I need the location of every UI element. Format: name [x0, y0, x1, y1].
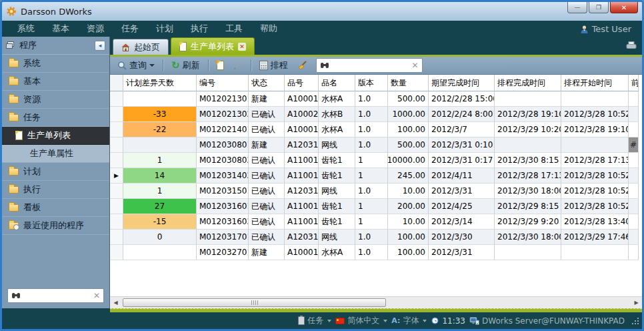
table-cell[interactable]: A10002	[285, 107, 319, 122]
table-cell[interactable]: -33	[123, 107, 197, 122]
table-cell[interactable]: 10000.00	[388, 153, 429, 168]
table-cell[interactable]	[123, 91, 197, 107]
table-cell[interactable]: 2012/3/29 9:20	[495, 214, 561, 230]
table-cell[interactable]: 新建	[249, 91, 285, 107]
table-cell[interactable]: 2012/3/14	[429, 214, 495, 230]
table-cell[interactable]	[629, 91, 639, 107]
table-cell[interactable]	[123, 245, 197, 260]
table-cell[interactable]: 2012/3/30 18:00	[495, 230, 561, 245]
table-cell[interactable]	[629, 199, 639, 214]
table-cell[interactable]: 齿轮1	[319, 153, 355, 168]
close-button[interactable]: ✕	[610, 2, 638, 13]
table-cell[interactable]: A10001	[285, 91, 319, 107]
table-cell[interactable]: A12031	[285, 137, 319, 153]
table-cell[interactable]	[495, 137, 561, 153]
table-cell[interactable]: #	[629, 137, 639, 153]
table-cell[interactable]: 1.0	[355, 137, 388, 153]
table-cell[interactable]: M012021302	[197, 107, 249, 122]
table-cell[interactable]: 已确认	[249, 107, 285, 122]
table-cell[interactable]	[629, 122, 639, 137]
table-cell[interactable]: 2012/3/28 10:52	[561, 199, 629, 214]
column-header[interactable]: 版本	[355, 75, 388, 91]
table-cell[interactable]: 2012/2/28 15:00	[429, 91, 495, 107]
refresh-button[interactable]: ↻ 刷新	[168, 58, 203, 73]
table-cell[interactable]: 已确认	[249, 168, 285, 184]
table-cell[interactable]: 200.00	[388, 199, 429, 214]
table-row[interactable]: 27M012031601已确认A11001齿轮11200.002012/4/25…	[110, 199, 642, 214]
table-cell[interactable]: 2012/3/28 10:52	[561, 107, 629, 122]
table-cell[interactable]: 500.00	[388, 137, 429, 153]
column-header[interactable]: 前	[629, 75, 639, 91]
menu-system[interactable]: 系统	[9, 23, 43, 35]
table-cell[interactable]: 1.0	[355, 245, 388, 260]
sidebar-item-system[interactable]: 系统	[2, 55, 109, 73]
sidebar-item-production-order-props[interactable]: 生产单属性	[2, 145, 109, 163]
table-cell[interactable]: 10.00	[388, 214, 429, 230]
table-cell[interactable]: 1.0	[355, 230, 388, 245]
row-selector-gutter[interactable]	[110, 230, 123, 245]
table-cell[interactable]	[561, 245, 629, 260]
table-row[interactable]: 1M012030802已确认A11001齿轮1110000.002012/3/3…	[110, 153, 642, 168]
sidebar-collapse-button[interactable]: ◂	[95, 41, 105, 51]
table-cell[interactable]: 水杯A	[319, 91, 355, 107]
table-cell[interactable]: 245.00	[388, 168, 429, 184]
sidebar-item-resource[interactable]: 资源	[2, 91, 109, 109]
table-cell[interactable]: 已确认	[249, 199, 285, 214]
table-cell[interactable]	[123, 137, 197, 153]
schedule-button[interactable]: 排程	[256, 58, 291, 73]
table-cell[interactable]: 500.00	[388, 91, 429, 107]
table-cell[interactable]: 2012/3/29 10:20	[495, 122, 561, 137]
table-cell[interactable]: -22	[123, 122, 197, 137]
row-selector-gutter[interactable]	[110, 184, 123, 199]
sidebar-item-recent-programs[interactable]: 最近使用的程序	[2, 217, 109, 235]
table-cell[interactable]: 齿轮1	[319, 168, 355, 184]
column-header[interactable]: 数量	[388, 75, 429, 91]
sidebar-search-input[interactable]	[21, 291, 93, 300]
table-cell[interactable]: M012031601	[197, 199, 249, 214]
row-selector-gutter[interactable]: ▶	[110, 168, 123, 184]
scrollbar-thumb[interactable]	[123, 298, 386, 307]
table-cell[interactable]: A11001	[285, 153, 319, 168]
edit-button[interactable]	[230, 59, 246, 71]
table-cell[interactable]: 2012/2/24 8:00	[429, 107, 495, 122]
table-cell[interactable]: A11001	[285, 214, 319, 230]
table-cell[interactable]: M012031402	[197, 168, 249, 184]
table-cell[interactable]: M012031602	[197, 214, 249, 230]
table-cell[interactable]: 网线	[319, 184, 355, 199]
minimize-button[interactable]: —	[567, 2, 587, 13]
row-selector-gutter[interactable]	[110, 107, 123, 122]
table-cell[interactable]	[629, 214, 639, 230]
table-cell[interactable]: 2012/3/28 19:10	[561, 122, 629, 137]
table-cell[interactable]	[629, 107, 639, 122]
table-cell[interactable]: 2012/3/30	[429, 230, 495, 245]
sidebar-item-task[interactable]: 任务	[2, 109, 109, 127]
row-selector-gutter[interactable]	[110, 122, 123, 137]
table-cell[interactable]: 14	[123, 168, 197, 184]
table-cell[interactable]: 2012/3/31 0:10	[429, 137, 495, 153]
table-cell[interactable]: 1.0	[355, 107, 388, 122]
status-language-dropdown[interactable]: 简体中文	[335, 315, 387, 326]
row-selector-gutter[interactable]	[110, 214, 123, 230]
table-cell[interactable]	[495, 245, 561, 260]
table-cell[interactable]: A12031	[285, 230, 319, 245]
table-cell[interactable]: 齿轮1	[319, 214, 355, 230]
table-cell[interactable]: 已确认	[249, 184, 285, 199]
table-cell[interactable]: 2012/3/28 17:13	[495, 168, 561, 184]
table-cell[interactable]: 1.0	[355, 184, 388, 199]
table-cell[interactable]: 1	[355, 214, 388, 230]
table-cell[interactable]: M012031701	[197, 230, 249, 245]
table-cell[interactable]: 水杯A	[319, 245, 355, 260]
tab-start-page[interactable]: 起始页	[113, 39, 169, 55]
column-header[interactable]: 品号	[285, 75, 319, 91]
table-cell[interactable]: 水杯A	[319, 122, 355, 137]
table-cell[interactable]: 2012/3/31	[429, 245, 495, 260]
table-row[interactable]: M012030801新建A12031网线1.0500.002012/3/31 0…	[110, 137, 642, 153]
printer-icon[interactable]	[626, 41, 637, 49]
menu-resource[interactable]: 资源	[78, 23, 113, 35]
table-row[interactable]: 1M012031501已确认A12031网线1.010.002012/3/312…	[110, 184, 642, 199]
table-cell[interactable]: 齿轮1	[319, 199, 355, 214]
table-cell[interactable]: 2012/3/28 13:40	[561, 214, 629, 230]
new-button[interactable]: ✦	[213, 59, 227, 71]
query-button[interactable]: 查询	[114, 58, 158, 73]
column-header[interactable]: 排程完成时间	[495, 75, 561, 91]
